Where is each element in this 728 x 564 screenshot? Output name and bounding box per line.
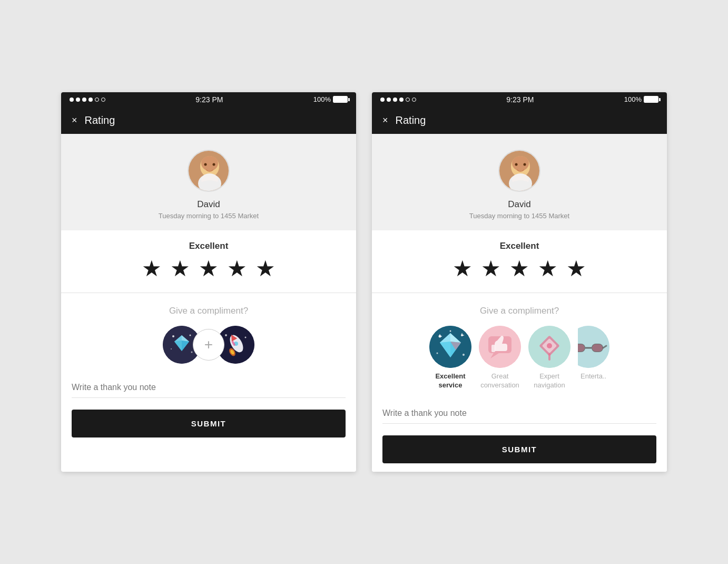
stars-row-left[interactable]: ★ ★ ★ ★ ★ <box>142 258 276 280</box>
svg-point-43 <box>463 354 465 356</box>
status-bar-right: 9:23 PM 100% <box>372 92 667 107</box>
star-3-left[interactable]: ★ <box>199 258 219 280</box>
label-navigation: Expert navigation <box>528 372 570 390</box>
compliment-label-left: Give a compliment? <box>169 306 248 316</box>
submit-section-right: SUBMIT <box>372 427 667 472</box>
signal-dots-right <box>380 98 416 102</box>
header-title-right: Rating <box>396 114 426 127</box>
status-battery-left: 100% <box>313 95 348 103</box>
dot-2 <box>76 98 80 102</box>
svg-point-15 <box>171 348 172 349</box>
status-battery-right: 100% <box>624 95 658 103</box>
signal-dots-left <box>70 98 105 102</box>
svg-point-28 <box>512 156 529 171</box>
rating-section-right: Excellent ★ ★ ★ ★ ★ <box>372 230 667 290</box>
stars-row-right[interactable]: ★ ★ ★ ★ ★ <box>452 258 586 280</box>
rating-section-left: Excellent ★ ★ ★ ★ ★ <box>61 230 356 290</box>
star-2-right[interactable]: ★ <box>481 258 501 280</box>
dot-4 <box>88 98 93 102</box>
svg-point-25 <box>245 336 247 338</box>
compliment-option-entertaining[interactable]: Enterta... <box>578 326 609 381</box>
star-1-left[interactable]: ★ <box>142 258 162 280</box>
avatar-svg-left <box>189 151 230 192</box>
right-phone-screen: 9:23 PM 100% × Rating <box>372 92 667 472</box>
dot-6 <box>101 98 105 102</box>
close-button-right[interactable]: × <box>382 115 388 125</box>
dot-r3 <box>393 98 397 102</box>
label-entertaining: Enterta... <box>581 372 607 381</box>
avatar-right <box>498 150 540 192</box>
note-input-right[interactable] <box>382 409 656 418</box>
compliment-option-conversation[interactable]: Great conversation <box>479 326 521 390</box>
star-5-right[interactable]: ★ <box>566 258 586 280</box>
screenshots-container: 9:23 PM 100% × Rating <box>51 82 677 483</box>
driver-trip-right: Tuesday morning to 1455 Market <box>469 212 569 220</box>
label-conversation: Great conversation <box>479 372 521 390</box>
divider-right <box>372 293 667 293</box>
status-time-right: 9:23 PM <box>506 95 534 104</box>
compliment-options-row: Excellent service <box>382 326 656 390</box>
svg-point-57 <box>547 343 552 348</box>
star-4-right[interactable]: ★ <box>538 258 558 280</box>
driver-name-right: David <box>508 199 530 210</box>
header-title-left: Rating <box>85 114 115 127</box>
left-phone-screen: 9:23 PM 100% × Rating <box>61 92 356 472</box>
thumb-icon <box>479 326 521 368</box>
svg-point-44 <box>450 330 451 332</box>
dot-r2 <box>387 98 391 102</box>
diamond-icon <box>429 326 471 368</box>
svg-point-2 <box>201 156 218 171</box>
glasses-icon <box>578 326 609 368</box>
star-1-right[interactable]: ★ <box>452 258 473 280</box>
svg-rect-52 <box>491 345 495 352</box>
dot-1 <box>70 98 74 102</box>
submit-button-right[interactable]: SUBMIT <box>382 435 656 463</box>
submit-section-left: SUBMIT <box>61 401 356 446</box>
svg-point-24 <box>225 334 227 336</box>
dot-r1 <box>380 98 385 102</box>
profile-section-right: David Tuesday morning to 1455 Market <box>372 134 667 230</box>
driver-name-left: David <box>197 199 220 210</box>
badge-conversation[interactable] <box>479 326 521 368</box>
note-divider-right <box>382 423 656 424</box>
svg-point-30 <box>524 163 526 166</box>
add-compliment-button[interactable]: + <box>193 329 224 361</box>
label-excellent: Excellent service <box>429 372 471 390</box>
driver-trip-left: Tuesday morning to 1455 Market <box>159 212 259 220</box>
badge-navigation[interactable] <box>528 326 570 368</box>
dot-3 <box>82 98 86 102</box>
note-section-right <box>372 400 667 427</box>
dot-r6 <box>412 98 416 102</box>
dot-5 <box>95 98 99 102</box>
note-input-left[interactable] <box>72 383 346 392</box>
compliment-option-navigation[interactable]: Expert navigation <box>528 326 570 390</box>
star-3-right[interactable]: ★ <box>509 258 529 280</box>
badge-excellent[interactable] <box>429 326 471 368</box>
battery-fill-right <box>644 96 658 102</box>
avatar-svg-right <box>499 151 540 192</box>
svg-point-42 <box>437 352 438 354</box>
status-bar-left: 9:23 PM 100% <box>61 92 356 107</box>
note-divider-left <box>72 397 346 398</box>
divider-left <box>61 293 356 293</box>
compliment-section-right: Give a compliment? <box>372 295 667 401</box>
compliment-add-row[interactable]: + <box>163 326 254 364</box>
close-button-left[interactable]: × <box>72 115 77 125</box>
dot-r4 <box>399 98 404 102</box>
battery-bar-left <box>333 96 348 103</box>
rating-label-right: Excellent <box>500 241 539 251</box>
svg-point-14 <box>190 334 191 336</box>
app-header-right: × Rating <box>372 107 667 134</box>
submit-button-left[interactable]: SUBMIT <box>72 410 346 437</box>
svg-point-4 <box>213 163 215 166</box>
star-5-left[interactable]: ★ <box>255 258 276 280</box>
dot-r5 <box>406 98 410 102</box>
svg-point-13 <box>172 335 174 337</box>
star-2-left[interactable]: ★ <box>170 258 190 280</box>
app-header-left: × Rating <box>61 107 356 134</box>
mappin-icon <box>528 326 570 368</box>
star-4-left[interactable]: ★ <box>227 258 247 280</box>
note-section-left <box>61 374 356 401</box>
compliment-option-excellent[interactable]: Excellent service <box>429 326 471 390</box>
badge-entertaining[interactable] <box>578 326 609 368</box>
